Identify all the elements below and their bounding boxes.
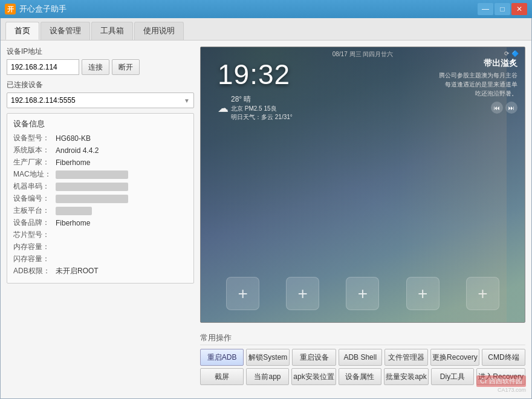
close-button[interactable]: ✕ (511, 3, 527, 15)
screen-right-name: 带出溢炙 (439, 58, 517, 69)
info-key-chip: 芯片型号： (13, 230, 56, 240)
info-row-chip: 芯片型号： (13, 230, 187, 240)
tab-bar: 首页 设备管理 工具箱 使用说明 (1, 18, 531, 41)
screen-right-text: 腾公司参股主题澳为每月主谷 每道逢遇近的是里来通道单 吃还泡沿野暑。 (439, 71, 517, 98)
btn-apk-install-loc[interactable]: apk安装位置 (291, 368, 336, 385)
app-icon: 开 (5, 4, 16, 15)
info-key-model: 设备型号： (13, 133, 56, 143)
info-key-manufacturer: 生产厂家： (13, 157, 56, 167)
screen-app-2[interactable]: + (286, 277, 319, 310)
info-val-devno (56, 195, 128, 203)
info-key-devno: 设备编号： (13, 193, 56, 204)
info-val-serial (56, 183, 128, 191)
info-val-brand: Fiberhome (56, 219, 90, 227)
info-row-serial: 机器串码： (13, 181, 187, 192)
screen-location: 北京 PM2.5 15良 (231, 105, 293, 113)
btn-screenshot[interactable]: 截屏 (200, 368, 244, 385)
content-area: 设备IP地址 连接 断开 已连接设备 192.168.2.114:5555 ▼ (1, 41, 531, 391)
left-panel: 设备IP地址 连接 断开 已连接设备 192.168.2.114:5555 ▼ (7, 47, 194, 385)
ip-input[interactable] (7, 59, 79, 75)
actions-row1: 重启ADB 解锁System 重启设备 ADB Shell 文件管理器 更换Re… (200, 349, 525, 366)
info-key-mac: MAC地址： (13, 169, 56, 180)
btn-unlock-system[interactable]: 解锁System (246, 349, 290, 366)
screen-tomorrow: 明日天气：多云 21/31° (231, 113, 293, 122)
screen-time: 19:32 (218, 58, 290, 91)
tab-home[interactable]: 首页 (5, 22, 39, 40)
maximize-button[interactable]: □ (495, 3, 510, 15)
info-key-serial: 机器串码： (13, 181, 56, 192)
connected-section: 已连接设备 192.168.2.114:5555 ▼ (7, 80, 194, 108)
watermark: Cr 西西软件园 CA173.com (476, 375, 526, 393)
info-key-board: 主板平台： (13, 206, 56, 216)
screen-weather: ☁ 28° 晴 北京 PM2.5 15良 明日天气：多云 21/31° (218, 94, 293, 122)
actions-title: 常用操作 (200, 332, 525, 345)
window-controls: — □ ✕ (478, 3, 527, 15)
connect-button[interactable]: 连接 (82, 59, 109, 75)
info-key-version: 系统版本： (13, 145, 56, 155)
info-row-mac: MAC地址： (13, 169, 187, 180)
device-info-title: 设备信息 (13, 118, 187, 129)
btn-diy-tools[interactable]: Diy工具 (431, 368, 475, 385)
screen-app-1[interactable]: + (226, 277, 259, 310)
disconnect-button[interactable]: 断开 (112, 59, 140, 75)
title-bar: 开 开心盒子助手 — □ ✕ (0, 0, 532, 18)
btn-file-manager[interactable]: 文件管理器 (384, 349, 428, 366)
screen-next-icon[interactable]: ⏭ (505, 102, 517, 114)
tab-device-manage[interactable]: 设备管理 (41, 22, 90, 40)
btn-batch-install[interactable]: 批量安装apk (384, 368, 428, 385)
btn-restart-device[interactable]: 重启设备 (292, 349, 336, 366)
info-row-flash: 闪存容量： (13, 254, 187, 264)
screen-date: 08/17 周三 闰四月廿六 (332, 50, 394, 59)
info-val-model: HG680-KB (56, 134, 91, 143)
device-screen: 08/17 周三 闰四月廿六 ⟳ 🔷 19:32 ☁ 28° 晴 北京 PM2.… (200, 47, 525, 323)
info-key-flash: 闪存容量： (13, 254, 56, 264)
info-key-adb: ADB权限： (13, 266, 56, 276)
info-row-board: 主板平台： (13, 206, 187, 216)
info-row-manufacturer: 生产厂家： Fiberhome (13, 157, 187, 167)
minimize-button[interactable]: — (478, 3, 493, 15)
screen-right-content: 带出溢炙 腾公司参股主题澳为每月主谷 每道逢遇近的是里来通道单 吃还泡沿野暑。 … (439, 58, 517, 114)
info-val-version: Android 4.4.2 (56, 146, 99, 155)
screen-temp: 28° 晴 (231, 94, 293, 105)
info-row-devno: 设备编号： (13, 193, 187, 204)
btn-change-recovery[interactable]: 更换Recovery (430, 349, 479, 366)
connected-value: 192.168.2.114:5555 (11, 96, 184, 105)
btn-cmd-terminal[interactable]: CMD终端 (482, 349, 525, 366)
screen-controls: ⏮ ⏭ (439, 102, 517, 114)
info-row-adb: ADB权限： 未开启ROOT (13, 266, 187, 276)
connected-label: 已连接设备 (7, 80, 194, 90)
btn-restart-adb[interactable]: 重启ADB (200, 349, 244, 366)
screen-prev-icon[interactable]: ⏮ (491, 102, 503, 114)
device-info-box: 设备信息 设备型号： HG680-KB 系统版本： Android 4.4.2 … (7, 113, 194, 284)
btn-adb-shell[interactable]: ADB Shell (339, 349, 382, 366)
btn-current-app[interactable]: 当前app (246, 368, 290, 385)
btn-device-props[interactable]: 设备属性 (339, 368, 382, 385)
main-window: 首页 设备管理 工具箱 使用说明 设备IP地址 连接 断开 (0, 18, 532, 399)
info-row-brand: 设备品牌： Fiberhome (13, 218, 187, 228)
info-val-mac (56, 170, 128, 179)
screen-bluetooth-icon: 🔷 (511, 50, 519, 57)
info-key-brand: 设备品牌： (13, 218, 56, 228)
info-row-model: 设备型号： HG680-KB (13, 133, 187, 143)
info-val-board (56, 207, 92, 215)
screen-app-3[interactable]: + (346, 277, 379, 310)
info-val-adb: 未开启ROOT (56, 266, 99, 276)
info-val-manufacturer: Fiberhome (56, 158, 90, 167)
right-panel: 08/17 周三 闰四月廿六 ⟳ 🔷 19:32 ☁ 28° 晴 北京 PM2.… (200, 47, 525, 385)
info-key-ram: 内存容量： (13, 242, 56, 252)
app-title: 开心盒子助手 (19, 4, 478, 15)
connected-dropdown-icon[interactable]: ▼ (184, 97, 190, 104)
tab-instructions[interactable]: 使用说明 (134, 22, 184, 40)
tab-toolbox[interactable]: 工具箱 (91, 22, 133, 40)
ip-section: 设备IP地址 连接 断开 (7, 47, 140, 75)
info-row-ram: 内存容量： (13, 242, 187, 252)
ip-label: 设备IP地址 (7, 47, 140, 57)
info-row-version: 系统版本： Android 4.4.2 (13, 145, 187, 155)
